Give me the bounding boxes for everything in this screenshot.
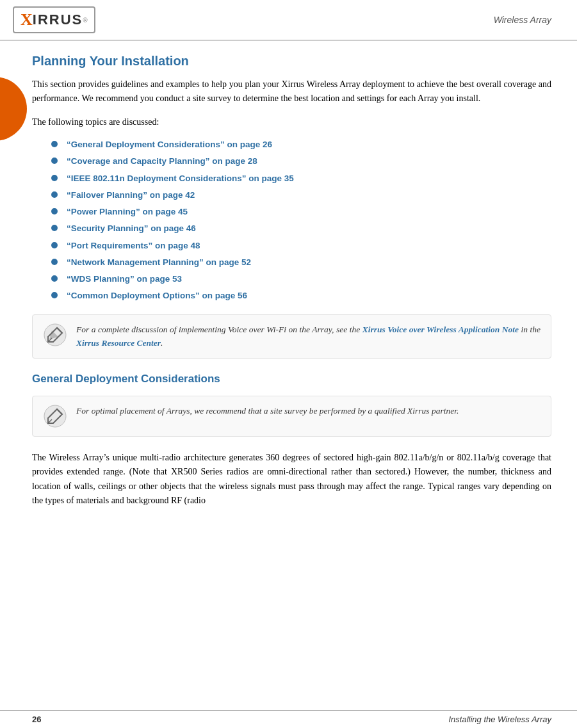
page-title: Planning Your Installation: [32, 54, 551, 69]
list-item: “Failover Planning” on page 42: [51, 189, 551, 202]
logo-box: XIRRUS®: [13, 6, 95, 33]
logo-reg: ®: [83, 17, 88, 24]
bullet-dot: [51, 275, 58, 282]
bullet-dot: [51, 225, 58, 231]
bullet-dot: [51, 292, 58, 298]
topics-intro: The following topics are discussed:: [32, 115, 551, 129]
logo-area: XIRRUS®: [13, 6, 95, 33]
list-item: “Security Planning” on page 46: [51, 222, 551, 235]
footer-right-text: Installing the Wireless Array: [448, 715, 551, 724]
topic-link-1[interactable]: “General Deployment Considerations” on p…: [67, 138, 272, 151]
note-box-1: For a complete discussion of implementin…: [32, 314, 551, 359]
note-icon-2: [43, 404, 67, 428]
bullet-dot: [51, 242, 58, 248]
topic-link-2[interactable]: “Coverage and Capacity Planning” on page…: [67, 155, 257, 168]
bullet-dot: [51, 175, 58, 181]
bullet-dot: [51, 208, 58, 214]
topic-link-8[interactable]: “Network Management Planning” on page 52: [67, 256, 251, 269]
logo-text: IRRUS: [33, 12, 83, 28]
list-item: “Power Planning” on page 45: [51, 206, 551, 218]
general-section-title: General Deployment Considerations: [32, 373, 551, 385]
note-icon-1: [43, 323, 67, 347]
logo-x-letter: X: [20, 10, 33, 29]
topic-link-5[interactable]: “Power Planning” on page 45: [67, 206, 188, 218]
note-link-2[interactable]: Xirrus Resource Center: [76, 338, 161, 348]
topic-link-3[interactable]: “IEEE 802.11n Deployment Considerations”…: [67, 172, 294, 185]
note-text-2: For optimal placement of Arrays, we reco…: [76, 404, 459, 418]
list-item: “Network Management Planning” on page 52: [51, 256, 551, 269]
note-text-1: For a complete discussion of implementin…: [76, 323, 540, 350]
page-footer: 26 Installing the Wireless Array: [0, 710, 577, 728]
bullet-dot: [51, 191, 58, 198]
list-item: “WDS Planning” on page 53: [51, 273, 551, 286]
list-item: “Port Requirements” on page 48: [51, 239, 551, 252]
topic-link-6[interactable]: “Security Planning” on page 46: [67, 222, 196, 235]
bullet-dot: [51, 141, 58, 147]
list-item: “Coverage and Capacity Planning” on page…: [51, 155, 551, 168]
intro-paragraph: This section provides guidelines and exa…: [32, 77, 551, 106]
topic-link-4[interactable]: “Failover Planning” on page 42: [67, 189, 195, 202]
note-box-2: For optimal placement of Arrays, we reco…: [32, 396, 551, 437]
topic-link-7[interactable]: “Port Requirements” on page 48: [67, 239, 200, 252]
bullet-dot: [51, 259, 58, 265]
topic-link-10[interactable]: “Common Deployment Options” on page 56: [67, 289, 247, 302]
page-header: XIRRUS® Wireless Array: [0, 0, 577, 41]
topic-link-9[interactable]: “WDS Planning” on page 53: [67, 273, 182, 286]
main-content: Planning Your Installation This section …: [0, 41, 577, 530]
list-item: “IEEE 802.11n Deployment Considerations”…: [51, 172, 551, 185]
list-item: “General Deployment Considerations” on p…: [51, 138, 551, 151]
body-paragraph: The Wireless Array’s unique multi-radio …: [32, 451, 551, 508]
footer-page-number: 26: [32, 715, 41, 724]
bullet-dot: [51, 158, 58, 164]
topics-list: “General Deployment Considerations” on p…: [51, 138, 551, 303]
list-item: “Common Deployment Options” on page 56: [51, 289, 551, 302]
header-title: Wireless Array: [494, 15, 551, 25]
note-link-1[interactable]: Xirrus Voice over Wireless Application N…: [362, 325, 519, 334]
